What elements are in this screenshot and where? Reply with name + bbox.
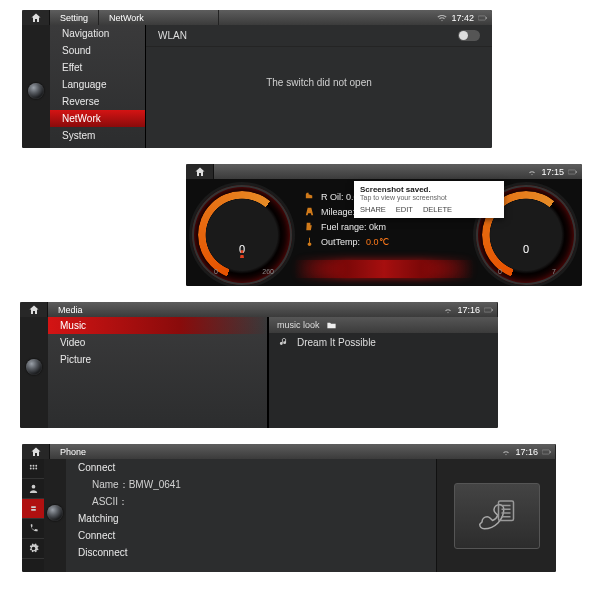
screen-phone: Phone 17:16 Connect Name： BMW_0641 ASCII… [22, 444, 556, 572]
knob-column [44, 459, 66, 572]
menu-item-language[interactable]: Language [50, 76, 145, 93]
clock: 17:42 [451, 13, 474, 23]
settings-content: WLAN The switch did not open [146, 25, 492, 148]
status-bar: Media 17:16 [20, 302, 498, 317]
rotary-knob[interactable] [26, 359, 42, 375]
menu-item-reverse[interactable]: Reverse [50, 93, 145, 110]
toast-delete-button[interactable]: DELETE [423, 205, 452, 214]
toast-edit-button[interactable]: EDIT [396, 205, 413, 214]
screen-settings: Setting NetWork 17:42 Navigation Sound E… [22, 10, 492, 148]
action-connect[interactable]: Connect [66, 527, 436, 544]
media-menu: Music Video Picture [48, 317, 268, 428]
page-title: Media [48, 302, 498, 317]
status-bar: 17:15 [186, 164, 582, 179]
bt-name-label: Name： [92, 478, 129, 492]
tab-settings[interactable] [22, 539, 44, 559]
phone-illustration [436, 459, 556, 572]
tab-dial[interactable] [22, 519, 44, 539]
action-disconnect[interactable]: Disconnect [66, 544, 436, 561]
home-icon [30, 446, 42, 458]
seatbelt-icon [236, 247, 248, 261]
menu-item-sound[interactable]: Sound [50, 42, 145, 59]
svg-rect-3 [576, 171, 577, 173]
screen-dashboard: 17:15 0 0 260 R Oil: 0.0L Mileage: 0km F… [186, 164, 582, 286]
tab-connect[interactable] [22, 499, 44, 519]
battery-icon [484, 305, 494, 315]
tab-keypad[interactable] [22, 459, 44, 479]
svg-rect-5 [492, 309, 493, 311]
knob-column [20, 317, 48, 428]
screen-media: Media 17:16 Music Video Picture music lo… [20, 302, 498, 428]
svg-rect-15 [498, 501, 513, 521]
wlan-row[interactable]: WLAN [146, 25, 492, 47]
bt-name-value: BMW_0641 [129, 479, 181, 490]
breadcrumb-root: Setting [50, 10, 99, 25]
dashboard-ribbon [294, 260, 474, 278]
menu-item-effect[interactable]: Effet [50, 59, 145, 76]
home-button[interactable] [22, 10, 50, 25]
toast-subtitle: Tap to view your screenshot [360, 194, 498, 201]
info-range: Fuel range: 0km [304, 221, 464, 232]
speed-min: 0 [214, 268, 218, 275]
home-icon [28, 304, 40, 316]
home-button[interactable] [20, 302, 48, 317]
menu-item-system[interactable]: System [50, 127, 145, 144]
svg-rect-2 [568, 169, 576, 173]
speed-max: 260 [262, 268, 274, 275]
svg-point-11 [29, 468, 31, 470]
wifi-icon [443, 305, 453, 315]
svg-point-8 [29, 465, 31, 467]
wifi-icon [527, 167, 537, 177]
rpm-min: 0 [498, 268, 502, 275]
folder-header[interactable]: music look [269, 317, 498, 333]
svg-rect-6 [542, 449, 550, 453]
battery-icon [542, 447, 552, 457]
rpm-max: 7 [552, 268, 556, 275]
svg-point-14 [31, 485, 35, 489]
tab-contacts[interactable] [22, 479, 44, 499]
home-button[interactable] [22, 444, 50, 459]
home-icon [194, 166, 206, 178]
info-temp: OutTemp:0.0℃ [304, 236, 464, 247]
menu-item-navigation[interactable]: Navigation [50, 25, 145, 42]
rotary-knob[interactable] [47, 505, 63, 521]
svg-point-12 [32, 468, 34, 470]
svg-rect-7 [550, 451, 551, 453]
svg-point-10 [35, 465, 37, 467]
status-bar: Setting NetWork 17:42 [22, 10, 492, 25]
wlan-message: The switch did not open [146, 77, 492, 88]
menu-item-network[interactable]: NetWork [50, 110, 145, 127]
bt-name-row: Name： BMW_0641 [66, 476, 436, 493]
settings-menu: Navigation Sound Effet Language Reverse … [50, 25, 146, 148]
folder-name: music look [277, 320, 320, 330]
track-row[interactable]: Dream It Possible [269, 333, 498, 351]
track-title: Dream It Possible [297, 337, 376, 348]
wifi-icon [501, 447, 511, 457]
battery-icon [568, 167, 578, 177]
svg-point-13 [35, 468, 37, 470]
bt-ascii-label: ASCII： [92, 495, 128, 509]
menu-item-picture[interactable]: Picture [48, 351, 267, 368]
svg-point-9 [32, 465, 34, 467]
phone-tab-bar [22, 459, 44, 572]
menu-item-music[interactable]: Music [48, 317, 267, 334]
home-icon [30, 12, 42, 24]
toast-share-button[interactable]: SHARE [360, 205, 386, 214]
wlan-toggle[interactable] [458, 30, 480, 41]
battery-icon [478, 13, 488, 23]
screenshot-toast[interactable]: Screenshot saved. Tap to view your scree… [354, 181, 504, 218]
home-button[interactable] [186, 164, 214, 179]
rotary-knob[interactable] [28, 83, 44, 99]
action-matching[interactable]: Matching [66, 510, 436, 527]
status-bar: Phone 17:16 [22, 444, 556, 459]
wlan-label: WLAN [158, 30, 187, 41]
svg-rect-4 [484, 307, 492, 311]
music-note-icon [279, 337, 289, 347]
music-pane: music look Dream It Possible [268, 317, 498, 428]
svg-rect-0 [478, 15, 486, 19]
bt-ascii-row: ASCII： [66, 493, 436, 510]
svg-rect-1 [486, 17, 487, 19]
menu-item-video[interactable]: Video [48, 334, 267, 351]
wifi-icon [437, 13, 447, 23]
folder-icon [326, 320, 337, 331]
